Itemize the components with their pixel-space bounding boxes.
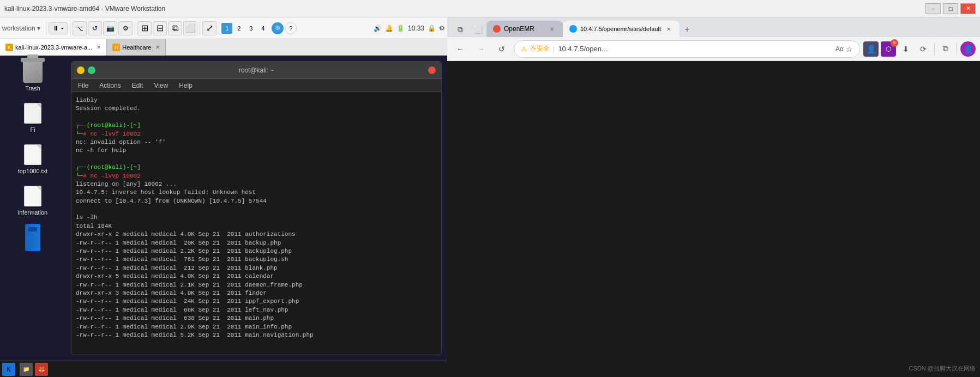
security-label: 不安全: [530, 44, 550, 53]
term-line-daemon: -rw-r--r-- 1 medical medical 2.1K Sep 21…: [76, 281, 437, 289]
term-line-cmd1: └─# nc -lvvf 10002: [76, 130, 437, 138]
desktop-icons: Trash Fi top1000.txt: [0, 56, 65, 361]
page2-btn[interactable]: 2: [233, 23, 244, 34]
healthcare-tab-icon: H: [112, 44, 120, 51]
term-line-err2: nc -h for help: [76, 147, 437, 155]
settings-icon: ⚙: [439, 25, 445, 32]
trash-icon-img: [22, 61, 44, 83]
terminal-close-btn[interactable]: [428, 66, 436, 74]
toolbar-separator: [46, 22, 46, 35]
tab-list-btn[interactable]: ⬜: [469, 22, 486, 37]
healthcare-tab[interactable]: H Healthcare ✕: [107, 39, 166, 56]
openemr-tab-icon: [493, 25, 501, 33]
healthcare-tab-close[interactable]: ✕: [155, 44, 160, 50]
term-line-ls: ls -lh: [76, 214, 437, 222]
kali-vm-tab[interactable]: K kali-linux-2023.3-vmware-a... ✕: [0, 39, 107, 56]
term-line-prompt1a: ┌──(root@kali)-[~]: [76, 121, 437, 130]
kali-tab-icon: K: [5, 44, 13, 51]
view-btn4[interactable]: ⬜: [183, 21, 197, 35]
active-browser-tab[interactable]: 🌐 10.4.7.5/openemr/sites/default ✕: [563, 21, 680, 37]
terminal-menu-help[interactable]: Help: [177, 81, 195, 90]
browser-tabbar: ⧉ ⬜ OpenEMR ✕ 🌐 10.4.7.5/openemr/sites/d…: [447, 17, 980, 37]
profile-avatar-ext[interactable]: 👤: [863, 41, 879, 57]
term-line-lookup: 10.4.7.5: inverse host lookup failed: Un…: [76, 188, 437, 197]
page4-btn[interactable]: 4: [257, 23, 268, 34]
toolbar-sep2: [70, 22, 70, 35]
page-indicator[interactable]: ⑤: [272, 22, 284, 34]
term-line-blank3: [76, 205, 437, 214]
page1-btn[interactable]: 1: [221, 23, 232, 34]
settings-btn[interactable]: ⚙: [118, 21, 133, 35]
extension-badge: 9: [891, 39, 898, 47]
workstation-label: workstation ▾: [2, 25, 40, 32]
kali-start-btn[interactable]: K: [2, 363, 15, 376]
help-btn[interactable]: ?: [285, 22, 297, 34]
translate-icon[interactable]: Aα: [835, 45, 844, 53]
kali-vm-panel: workstation ▾ ⏸ ▾ ⌥ ↺ 📷 ⚙ ⊞ ⊟ ⧉ ⬜ ⤢ 1 2 …: [0, 17, 447, 377]
terminal-menu-view[interactable]: View: [152, 81, 170, 90]
term-line-listening: listening on [any] 10002 ...: [76, 180, 437, 188]
tab-overview-btn[interactable]: ⧉: [452, 22, 469, 37]
trash-icon-item[interactable]: Trash: [22, 61, 44, 92]
terminal-menu-edit[interactable]: Edit: [130, 81, 146, 90]
snapshot-btn[interactable]: 📷: [103, 21, 117, 35]
maximize-button[interactable]: □: [943, 3, 958, 14]
top1000-icon[interactable]: top1000.txt: [18, 144, 47, 174]
active-tab-label: 10.4.7.5/openemr/sites/default: [580, 26, 661, 32]
send-ctrl-alt-del-btn[interactable]: ⌥: [73, 21, 87, 35]
browser-ext-area: 👤 ⬡ 9 ⬇ ⟳ ⧉: [863, 41, 976, 57]
pause-button[interactable]: ⏸ ▾: [49, 22, 68, 34]
view-btn3[interactable]: ⧉: [168, 21, 182, 35]
page-nav: 1 2 3 4: [221, 23, 268, 34]
vm-tabbar: K kali-linux-2023.3-vmware-a... ✕ H Heal…: [0, 39, 447, 56]
extension-symbol: ⬡: [886, 45, 891, 53]
page3-btn[interactable]: 3: [245, 23, 256, 34]
kali-tab-label: kali-linux-2023.3-vmware-a...: [15, 44, 92, 51]
terminal-menu-actions[interactable]: Actions: [97, 81, 123, 90]
download-btn[interactable]: ⬇: [898, 41, 913, 57]
csdn-watermark: CSDN @扣脚大汉在网络: [909, 364, 976, 373]
address-separator: |: [553, 45, 555, 53]
new-tab-btn[interactable]: +: [680, 22, 695, 37]
toolbar-sep3: [135, 22, 135, 35]
forward-btn[interactable]: →: [472, 40, 490, 58]
address-bar[interactable]: ⚠ 不安全 | 10.4.7.5/open... Aα ☆: [514, 40, 860, 58]
active-tab-close[interactable]: ✕: [664, 25, 673, 33]
term-line-prompt2a: ┌──(root@kali)-[~]: [76, 163, 437, 172]
usb-icon-item[interactable]: [22, 227, 44, 248]
view-btn1[interactable]: ⊞: [137, 21, 152, 35]
user-profile-btn[interactable]: 👤: [960, 41, 976, 57]
refresh-btn[interactable]: ↺: [88, 21, 102, 35]
toolbar-sep5: [219, 22, 219, 35]
kali-browser-btn[interactable]: 🦊: [35, 363, 48, 376]
openemr-tab-close[interactable]: ✕: [548, 25, 556, 33]
kali-file-manager-btn[interactable]: 📁: [20, 363, 33, 376]
kali-tab-close[interactable]: ✕: [97, 44, 101, 50]
term-line-cmd2: └─# nc -lvvp 10002: [76, 172, 437, 180]
view-btn2[interactable]: ⊟: [153, 21, 167, 35]
openemr-tab-label: OpenEMR: [504, 25, 534, 33]
infermation-icon[interactable]: infermation: [18, 185, 47, 216]
trash-visual: [23, 61, 43, 83]
back-btn[interactable]: ←: [452, 40, 469, 58]
reload-btn[interactable]: ↺: [493, 40, 510, 58]
term-line-main-nav: -rw-r--r-- 1 medical medical 5.2K Sep 21…: [76, 331, 437, 339]
file-visual-2: [24, 144, 41, 165]
customize-btn[interactable]: ⧉: [938, 41, 953, 57]
security-warning-icon: ⚠: [521, 45, 527, 53]
terminal-menu-file[interactable]: File: [76, 81, 91, 90]
minimize-button[interactable]: −: [925, 3, 941, 14]
terminal-content[interactable]: liably Session completed. ┌──(root@kali)…: [71, 92, 441, 355]
bookmark-icon[interactable]: ☆: [846, 45, 853, 53]
file-icon-1[interactable]: Fi: [22, 102, 44, 133]
close-button[interactable]: ✕: [960, 3, 976, 14]
terminal-maximize-btn[interactable]: [88, 66, 95, 74]
vmware-titlebar: kali-linux-2023.3-vmware-amd64 - VMware …: [0, 0, 980, 17]
fullscreen-btn[interactable]: ⤢: [202, 21, 217, 35]
term-line-calendar: drwxr-xr-x 5 medical medical 4.0K Sep 21…: [76, 272, 437, 281]
terminal-minimize-btn[interactable]: [77, 66, 85, 74]
user-profile-icon: 👤: [964, 45, 973, 53]
sync-btn[interactable]: ⟳: [916, 41, 931, 57]
openemr-tab[interactable]: OpenEMR ✕: [486, 21, 563, 37]
file-icon-1-img: [22, 102, 44, 124]
